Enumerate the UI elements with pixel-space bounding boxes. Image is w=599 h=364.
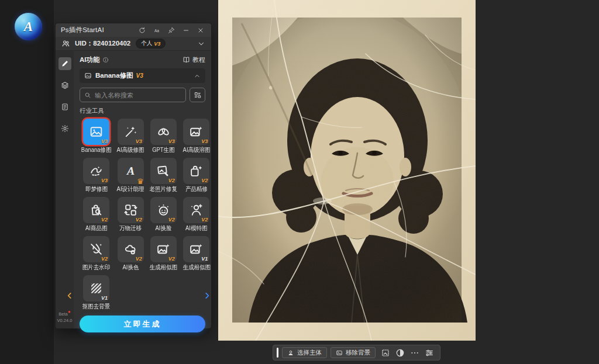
category-label: 行业工具	[80, 107, 205, 115]
search-row	[80, 88, 205, 102]
tool-item: V3AI高级修图	[115, 119, 146, 154]
pin-button[interactable]	[168, 26, 177, 34]
panel-body: Beta● V0.24.0 AI功能 教程 Banana修图 V3	[56, 51, 211, 328]
tool-tile[interactable]: V1	[183, 236, 209, 262]
transform-button[interactable]	[381, 348, 390, 358]
search-input[interactable]	[95, 92, 181, 99]
tool-tile[interactable]: V2	[83, 236, 109, 262]
version-badge: V2	[136, 256, 142, 262]
account-chevron-down-icon[interactable]	[197, 40, 205, 48]
image-sparkle-icon	[156, 242, 171, 256]
remove-background-button[interactable]: 移除背景	[331, 347, 376, 358]
tool-tile[interactable]: V2	[83, 197, 109, 223]
rail-gear-button[interactable]	[58, 122, 71, 135]
remove-background-label: 移除背景	[346, 349, 370, 357]
version-badge: V2	[136, 217, 142, 223]
tool-label: AI换脸	[155, 224, 171, 233]
tool-label: 图片去水印	[82, 264, 110, 272]
tool-item: V2生成相似图	[148, 236, 179, 272]
tutorial-link[interactable]: 教程	[183, 56, 205, 64]
pin-icon	[168, 27, 175, 34]
contrast-button[interactable]	[395, 348, 405, 358]
layers-icon	[61, 81, 69, 89]
tool-item: A♛AI设计助理	[115, 158, 146, 193]
person-plus-icon	[189, 203, 204, 217]
tool-tile[interactable]: V2	[118, 236, 144, 262]
minimize-button[interactable]	[183, 26, 191, 34]
stripes-icon	[89, 281, 104, 296]
tool-item: V1生成相似图	[181, 236, 212, 272]
tool-tile[interactable]: V3	[83, 119, 109, 145]
chevron-up-icon[interactable]	[194, 72, 201, 79]
tool-label: 产品精修	[185, 185, 208, 193]
tool-label: 生成相似图	[150, 264, 177, 272]
crown-icon: ♛	[137, 178, 144, 185]
svg-text:Aa: Aa	[154, 29, 159, 33]
startai-logo[interactable]: A	[15, 13, 42, 40]
search-box	[80, 88, 186, 102]
tool-item: V2AI换脸	[148, 197, 179, 233]
dock-drag-handle[interactable]	[277, 348, 278, 358]
version-badge: V2	[101, 256, 108, 262]
transfer-icon	[123, 203, 138, 217]
rail-layers-button[interactable]	[58, 79, 71, 92]
version-info: Beta● V0.24.0	[56, 308, 74, 324]
tool-label: 万物迁移	[119, 224, 142, 233]
tool-label: AI商品图	[85, 224, 107, 233]
ai-functions-label: AI功能	[80, 56, 100, 64]
face-icon	[156, 203, 171, 217]
tool-tile[interactable]: V2	[150, 236, 177, 262]
notes-icon	[61, 103, 69, 111]
tool-tile[interactable]: V3	[150, 119, 177, 145]
tools-grid: V3Banana修图V3AI高级修图V3GPT生图V3AI高级溶图V3即梦修图A…	[80, 119, 205, 311]
rail-pen-button[interactable]	[58, 57, 71, 70]
wand-icon	[123, 124, 138, 139]
tool-label: 即梦修图	[85, 185, 108, 193]
account-row: UID：8240120402 个人 V3	[56, 37, 211, 51]
version-badge: V2	[201, 178, 208, 183]
tools-scroll-prev[interactable]	[66, 292, 74, 300]
refresh-button[interactable]	[139, 26, 147, 34]
tool-tile[interactable]: A♛	[118, 158, 144, 184]
tool-label: AI换色	[122, 264, 139, 272]
select-subject-label: 选择主体	[297, 349, 322, 357]
tool-tile[interactable]: V3	[83, 158, 109, 184]
font-size-icon: Aa	[153, 27, 160, 34]
more-button[interactable]	[410, 348, 419, 358]
tool-tile[interactable]: V2	[183, 197, 209, 223]
version-badge: V2	[168, 178, 175, 183]
tool-tile[interactable]: V3	[183, 119, 209, 145]
panel-titlebar[interactable]: Ps插件StartAI Aa	[56, 23, 211, 37]
version-badge: V3	[136, 138, 142, 144]
version-badge: V2	[101, 217, 108, 223]
view-options-button[interactable]	[190, 88, 205, 102]
tool-item: V2AI商品图	[80, 197, 113, 233]
book-icon	[183, 56, 190, 64]
tool-item: V3GPT生图	[148, 119, 179, 154]
group-header-banana[interactable]: Banana修图 V3	[80, 68, 205, 83]
sliders-button[interactable]	[425, 348, 434, 358]
tool-tile[interactable]: V2	[183, 158, 209, 184]
version-badge: V3	[201, 138, 208, 144]
info-icon[interactable]	[102, 57, 109, 63]
font-size-button[interactable]: Aa	[153, 26, 162, 34]
tool-tile[interactable]: V2	[118, 197, 144, 223]
app-version: V0.24.0	[56, 317, 74, 324]
select-subject-button[interactable]: 选择主体	[282, 347, 327, 358]
logo-letter: A	[24, 19, 33, 34]
tool-label: GPT生图	[152, 146, 174, 154]
tool-tile[interactable]: V1	[83, 275, 109, 301]
rail-notes-button[interactable]	[58, 100, 71, 113]
version-badge: V1	[201, 256, 208, 262]
plan-badge[interactable]: 个人 V3	[136, 39, 166, 48]
dream-icon	[89, 164, 104, 178]
tools-scroll-next[interactable]	[203, 292, 211, 300]
uid-label: UID：8240120402	[75, 39, 130, 48]
tool-tile[interactable]: V2	[150, 158, 177, 184]
tool-label: AI设计助理	[117, 185, 144, 193]
close-button[interactable]	[197, 26, 206, 34]
document-canvas[interactable]	[218, 0, 476, 341]
generate-button[interactable]: 立即生成	[80, 316, 205, 332]
tool-tile[interactable]: V3	[118, 119, 144, 145]
tool-tile[interactable]: V2	[150, 197, 177, 223]
